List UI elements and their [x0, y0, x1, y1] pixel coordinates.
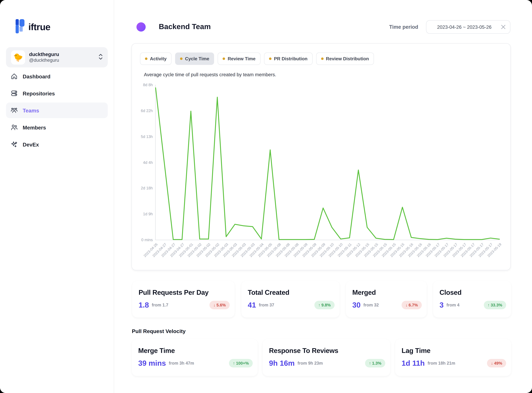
members-icon [11, 124, 18, 131]
sidebar-item-teams[interactable]: Teams [6, 103, 108, 118]
iftrue-logo-icon [16, 19, 24, 35]
tab-dot-icon [180, 58, 183, 60]
user-handle: @ducktheguru [29, 58, 95, 63]
cycle-time-line [156, 85, 499, 240]
sidebar-item-label: Teams [23, 107, 39, 113]
card-value: 39 mins [138, 359, 166, 368]
sidebar-item-label: Dashboard [23, 73, 50, 79]
tab-dot-icon [321, 58, 324, 60]
change-badge: ↑ 33.3% [484, 301, 506, 309]
y-axis-tick: 2d 18h [131, 186, 153, 190]
card-title: Response To Reviews [269, 347, 338, 355]
sidebar-item-label: DevEx [23, 141, 39, 147]
y-axis-tick: 0 mins [131, 238, 153, 242]
change-badge: ↓ 6.7% [401, 301, 422, 309]
velocity-card-merge-time: Merge Time 39 mins from 3h 47m ↑ 100+% [132, 339, 258, 376]
stat-card-pull-requests-per-day: Pull Requests Per Day 1.8 from 1.7 ↓ 5.6… [132, 281, 235, 317]
home-icon [11, 73, 18, 80]
sidebar-item-members[interactable]: Members [6, 119, 108, 135]
team-avatar [136, 22, 146, 32]
chevron-up-down-icon [98, 53, 103, 62]
tab-label: Activity [150, 56, 167, 61]
change-badge: ↑ 9.8% [314, 301, 335, 309]
y-axis-tick: 6d 22h [131, 108, 153, 113]
sidebar-item-label: Members [23, 124, 46, 130]
card-title: Closed [440, 289, 461, 296]
y-axis-tick: 4d 4h [131, 160, 153, 164]
change-percent: 49% [494, 361, 502, 365]
card-value: 3 [440, 301, 444, 309]
card-value: 1d 11h [401, 359, 425, 368]
brand-name: iftrue [28, 21, 50, 33]
card-value: 9h 16m [269, 359, 295, 368]
sidebar-item-repositories[interactable]: Repositories [6, 85, 108, 101]
teams-icon [11, 107, 18, 114]
card-previous-value: from 18h 21m [428, 361, 455, 366]
up-arrow-icon: ↑ [318, 303, 320, 307]
card-value: 30 [352, 301, 361, 309]
tab-dot-icon [223, 58, 225, 60]
tab-dot-icon [145, 58, 147, 60]
card-value: 1.8 [139, 301, 149, 309]
velocity-heading: Pull Request Velocity [132, 328, 186, 334]
card-title: Merge Time [138, 347, 175, 355]
page-title: Backend Team [159, 22, 211, 31]
card-previous-value: from 4 [446, 303, 459, 308]
down-arrow-icon: ↓ [491, 361, 493, 365]
up-arrow-icon: ↑ [488, 303, 490, 307]
screen: iftrue 🐤 ducktheguru @ducktheguru Dashbo… [0, 0, 532, 393]
chart-subtitle: Average cycle time of pull requests crea… [144, 72, 276, 77]
sidebar: iftrue 🐤 ducktheguru @ducktheguru Dashbo… [0, 0, 114, 393]
tab-label: PR Distribution [274, 56, 308, 61]
stat-card-closed: Closed 3 from 4 ↑ 33.3% [433, 281, 511, 317]
time-period-label: Time period [389, 24, 418, 30]
change-badge: ↓ 5.6% [209, 301, 230, 309]
tab-review-distribution[interactable]: Review Distribution [316, 53, 374, 65]
clear-date-icon[interactable] [501, 25, 506, 29]
cycle-time-panel: Activity Cycle Time Review Time PR Distr… [131, 43, 511, 270]
tab-dot-icon [269, 58, 271, 60]
repositories-icon [11, 90, 18, 97]
tab-label: Review Time [228, 56, 256, 61]
change-badge: ↓ 49% [487, 359, 506, 368]
metric-tabs: Activity Cycle Time Review Time PR Distr… [140, 53, 374, 65]
change-percent: 100+% [236, 361, 249, 365]
sidebar-item-devex[interactable]: DevEx [6, 137, 108, 152]
tab-pr-distribution[interactable]: PR Distribution [264, 53, 313, 65]
card-previous-value: from 32 [363, 303, 379, 308]
change-percent: 33.3% [491, 303, 502, 307]
up-arrow-icon: ↑ [369, 361, 371, 365]
user-avatar: 🐤 [11, 50, 25, 64]
card-title: Pull Requests Per Day [139, 289, 209, 296]
brand: iftrue [16, 19, 50, 35]
down-arrow-icon: ↓ [213, 303, 215, 307]
card-title: Total Created [248, 289, 289, 296]
card-title: Merged [352, 289, 376, 296]
y-axis-tick: 5d 13h [131, 134, 153, 138]
tab-activity[interactable]: Activity [140, 53, 172, 65]
down-arrow-icon: ↓ [406, 303, 407, 307]
card-value: 41 [248, 301, 256, 309]
sidebar-item-dashboard[interactable]: Dashboard [6, 69, 108, 84]
sidebar-nav: Dashboard Repositories Teams Members Dev… [6, 69, 108, 152]
change-percent: 6.7% [409, 303, 418, 307]
card-previous-value: from 3h 47m [169, 361, 194, 366]
velocity-card-response-to-reviews: Response To Reviews 9h 16m from 9h 23m ↑… [263, 339, 390, 376]
time-period-input[interactable]: 2023-04-26 ~ 2023-05-26 [426, 20, 510, 34]
workspace-selector[interactable]: 🐤 ducktheguru @ducktheguru [6, 47, 108, 67]
change-percent: 5.6% [217, 303, 226, 307]
tab-review-time[interactable]: Review Time [218, 53, 261, 65]
devex-icon [11, 141, 18, 148]
stat-card-total-created: Total Created 41 from 37 ↑ 9.8% [241, 281, 339, 317]
tab-label: Review Distribution [326, 56, 369, 61]
y-axis-tick: 8d 8h [131, 83, 153, 87]
card-title: Lag Time [401, 347, 430, 355]
card-previous-value: from 37 [259, 303, 274, 308]
cycle-time-chart: 8d 8h6d 22h5d 13h4d 4h2d 18h1d 9h0 mins2… [155, 85, 499, 240]
up-arrow-icon: ↑ [233, 361, 235, 365]
tab-cycle-time[interactable]: Cycle Time [175, 53, 214, 65]
card-previous-value: from 9h 23m [297, 361, 323, 366]
time-period-value: 2023-04-26 ~ 2023-05-26 [431, 24, 498, 30]
stat-card-merged: Merged 30 from 32 ↓ 6.7% [346, 281, 427, 317]
change-badge: ↑ 100+% [229, 359, 253, 368]
